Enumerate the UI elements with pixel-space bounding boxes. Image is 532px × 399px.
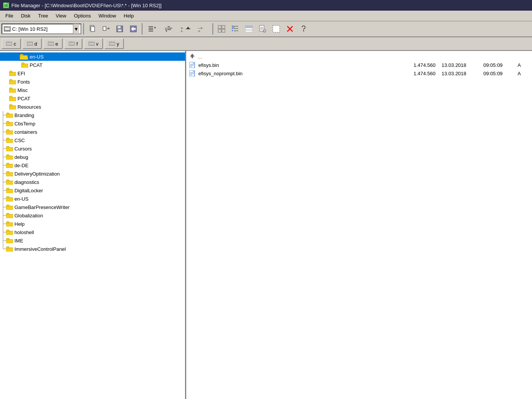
tree-item-globalization[interactable]: Globalization xyxy=(0,211,185,220)
title-text: File Manager - [C:\Windows\Boot\DVD\EFI\… xyxy=(11,3,162,8)
tab-c-label: c xyxy=(14,41,16,47)
tab-drive-e[interactable]: e xyxy=(43,38,63,49)
svg-rect-44 xyxy=(245,30,252,32)
file-pane[interactable]: ... efisys.bin 1.474.560 13.03.2018 09:0… xyxy=(186,51,532,399)
tree-label-diagnostics: diagnostics xyxy=(14,179,39,185)
tb-move[interactable] xyxy=(100,23,112,35)
file-icon-0 xyxy=(189,62,196,68)
tree-label-debug: debug xyxy=(14,154,28,160)
file-size-1: 1.474.560 xyxy=(407,71,442,76)
tree-item-cbstemp[interactable]: CbsTemp xyxy=(0,119,185,128)
line-connector xyxy=(0,186,6,195)
svg-rect-51 xyxy=(273,25,280,32)
menu-view[interactable]: View xyxy=(52,12,70,20)
drive-icon xyxy=(4,26,11,32)
tree-item-cursors[interactable]: Cursors xyxy=(0,144,185,153)
tb-help[interactable] xyxy=(297,23,310,35)
tree-item-ime[interactable]: IME xyxy=(0,236,185,245)
tab-drive-y[interactable]: y xyxy=(104,38,124,49)
tree-item-de-de[interactable]: de-DE xyxy=(0,161,185,169)
toolbar: C: [Win 10 RS2] ▼ xyxy=(0,21,532,37)
svg-text:z.: z. xyxy=(181,29,183,33)
tree-item-efi[interactable]: EFI xyxy=(0,69,185,78)
file-time-1: 09:05:09 xyxy=(483,71,518,76)
folder-icon-resources xyxy=(9,104,16,109)
menu-disk[interactable]: Disk xyxy=(17,12,34,20)
tab-drive-c[interactable]: c xyxy=(2,38,21,49)
folder-icon-en-us xyxy=(6,196,13,201)
drive-dropdown-arrow[interactable]: ▼ xyxy=(73,24,79,34)
tb-sort-dd[interactable] xyxy=(144,23,160,35)
tree-item-csc[interactable]: CSC xyxy=(0,136,185,144)
tb-sort-az[interactable]: a. z. xyxy=(178,23,194,35)
folder-icon-csc xyxy=(6,138,13,143)
svg-rect-71 xyxy=(22,63,24,64)
tree-item-deliveryoptimization[interactable]: DeliveryOptimization xyxy=(0,169,185,178)
tb-select[interactable] xyxy=(270,23,283,35)
tb-properties[interactable]: i xyxy=(256,23,269,35)
sep3 xyxy=(212,23,213,35)
tb-back[interactable] xyxy=(127,23,140,35)
tree-item-help[interactable]: Help xyxy=(0,220,185,228)
tree-item-digitallocker[interactable]: DigitalLocker xyxy=(0,186,185,195)
up-dir[interactable]: ... xyxy=(186,52,532,61)
tree-item-en-us-open[interactable]: en-US xyxy=(0,52,185,61)
file-attr-0: A xyxy=(518,62,529,68)
folder-icon-cbstemp xyxy=(6,121,13,126)
folder-icon-cursors xyxy=(6,146,13,151)
menu-help[interactable]: Help xyxy=(120,12,138,20)
tb-delete[interactable] xyxy=(283,23,296,35)
menu-tree[interactable]: Tree xyxy=(34,12,52,20)
tb-view-list[interactable]: ☰ xyxy=(229,23,242,35)
svg-rect-60 xyxy=(48,41,50,43)
file-row-1[interactable]: efisys_noprompt.bin 1.474.560 13.03.2018… xyxy=(186,69,532,78)
svg-rect-40 xyxy=(232,30,233,31)
tb-copy[interactable] xyxy=(86,23,99,35)
tree-item-fonts[interactable]: Fonts xyxy=(0,78,185,86)
tree-item-immersivecontrolpanel[interactable]: ImmersiveControlPanel xyxy=(0,245,185,253)
tree-item-containers[interactable]: containers xyxy=(0,128,185,136)
svg-rect-31 xyxy=(218,25,221,28)
file-date-1: 13.03.2018 xyxy=(442,71,483,76)
menu-window[interactable]: Window xyxy=(95,12,120,20)
app-icon xyxy=(3,2,9,8)
file-attr-1: A xyxy=(518,71,529,76)
tree-item-holoshell[interactable]: holoshell xyxy=(0,228,185,236)
menu-file[interactable]: File xyxy=(2,12,17,20)
tb-diskette[interactable] xyxy=(113,23,126,35)
tree-item-diagnostics[interactable]: diagnostics xyxy=(0,178,185,186)
folder-icon-de-de xyxy=(6,163,13,168)
tree-pane[interactable]: en-US PCAT xyxy=(0,51,186,399)
tree-item-misc[interactable]: Misc xyxy=(0,86,185,94)
tree-item-branding[interactable]: Branding xyxy=(0,111,185,119)
svg-marker-9 xyxy=(108,27,110,30)
tree-item-gamebarpresencewriter[interactable]: GameBarPresenceWriter xyxy=(0,203,185,211)
tb-sort-za[interactable]: —a .z. xyxy=(195,23,211,35)
tab-drive-d[interactable]: d xyxy=(22,38,42,49)
tree-item-pcat-2[interactable]: PCAT xyxy=(0,94,185,103)
svg-rect-79 xyxy=(10,96,12,98)
tree-item-debug[interactable]: debug xyxy=(0,153,185,161)
svg-text:.z.: .z. xyxy=(198,29,201,33)
svg-rect-66 xyxy=(109,41,111,43)
tab-drive-v[interactable]: v xyxy=(84,38,103,49)
tree-label-globalization: Globalization xyxy=(14,213,43,218)
line-connector xyxy=(0,111,6,119)
tree-item-resources[interactable]: Resources xyxy=(0,103,185,111)
line-connector xyxy=(0,128,6,136)
svg-rect-106 xyxy=(6,146,9,148)
svg-rect-165 xyxy=(6,247,9,248)
file-row-0[interactable]: efisys.bin 1.474.560 13.03.2018 09:05:09… xyxy=(186,61,532,69)
line-connector xyxy=(0,178,6,186)
drive-selector[interactable]: C: [Win 10 RS2] ▼ xyxy=(2,24,81,34)
menu-options[interactable]: Options xyxy=(70,12,95,20)
tb-view-detail[interactable] xyxy=(242,23,255,35)
tb-sort-name[interactable]: D xyxy=(161,23,177,35)
svg-rect-33 xyxy=(218,29,221,32)
tree-item-pcat-1[interactable]: PCAT xyxy=(0,61,185,69)
tree-label-branding: Branding xyxy=(14,112,34,118)
tree-item-en-us[interactable]: en-US xyxy=(0,195,185,203)
drive-label: C: [Win 10 RS2] xyxy=(12,26,48,32)
tb-view-icon[interactable] xyxy=(215,23,228,35)
tab-drive-f[interactable]: f xyxy=(64,38,82,49)
